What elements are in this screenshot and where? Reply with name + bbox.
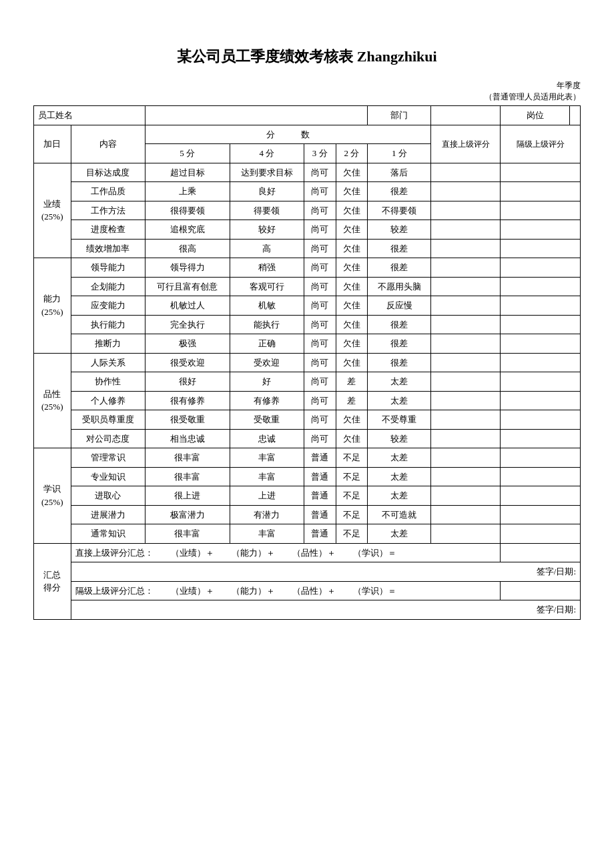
data-row: 工作品质上乘良好尚可欠佳很差 (34, 182, 581, 201)
skip-score-cell[interactable] (501, 524, 581, 544)
direct-score-cell[interactable] (431, 391, 501, 410)
score-2: 达到要求目标 (230, 163, 304, 182)
direct-score-cell[interactable] (431, 505, 501, 524)
skip-score-cell[interactable] (501, 315, 581, 334)
data-row: 推断力极强正确尚可欠佳很差 (34, 334, 581, 354)
score-1: 很高 (145, 239, 230, 258)
employee-label: 员工姓名 (34, 106, 145, 125)
direct-score-cell[interactable] (431, 410, 501, 430)
skip-header: 隔级上级评分 (501, 125, 581, 163)
direct-score-cell[interactable] (431, 239, 501, 258)
score-4: 欠佳 (336, 315, 368, 334)
skip-summary-score[interactable] (501, 581, 581, 600)
item-content: 进度检查 (71, 220, 145, 240)
item-content: 进展潜力 (71, 505, 145, 524)
item-content: 绩效增加率 (71, 239, 145, 258)
score-2: 有潜力 (230, 505, 304, 524)
item-content: 协作性 (71, 372, 145, 392)
direct-score-cell[interactable] (431, 220, 501, 240)
direct-score-cell[interactable] (431, 372, 501, 392)
skip-score-cell[interactable] (501, 505, 581, 524)
score-4: 欠佳 (336, 201, 368, 220)
score-5: 较差 (368, 220, 431, 240)
score-4: 差 (336, 391, 368, 410)
skip-score-cell[interactable] (501, 220, 581, 240)
data-row: 绩效增加率很高高尚可欠佳很差 (34, 239, 581, 258)
skip-score-cell[interactable] (501, 163, 581, 182)
score-4: 欠佳 (336, 353, 368, 372)
skip-score-cell[interactable] (501, 486, 581, 506)
skip-score-cell[interactable] (501, 429, 581, 448)
score-1: 很受欢迎 (145, 353, 230, 372)
data-row: 进度检查追根究底较好尚可欠佳较差 (34, 220, 581, 240)
score-2: 客观可行 (230, 277, 304, 296)
skip-score-cell[interactable] (501, 258, 581, 278)
category-1: 能力 (25%) (34, 258, 71, 354)
direct-score-cell[interactable] (431, 258, 501, 278)
direct-score-cell[interactable] (431, 277, 501, 296)
direct-score-cell[interactable] (431, 448, 501, 468)
direct-summary-score[interactable] (501, 543, 581, 562)
position-value[interactable] (570, 106, 581, 125)
data-row: 专业知识很丰富丰富普通不足太差 (34, 467, 581, 486)
direct-score-cell[interactable] (431, 296, 501, 316)
skip-score-cell[interactable] (501, 334, 581, 354)
score-header: 分 数 (145, 125, 431, 144)
skip-score-cell[interactable] (501, 277, 581, 296)
direct-score-cell[interactable] (431, 163, 501, 182)
direct-score-cell[interactable] (431, 201, 501, 220)
score-4: 欠佳 (336, 258, 368, 278)
score-2: 机敏 (230, 296, 304, 316)
score-3: 尚可 (304, 410, 336, 430)
direct-score-cell[interactable] (431, 486, 501, 506)
skip-score-cell[interactable] (501, 201, 581, 220)
score-5: 反应慢 (368, 296, 431, 316)
summary-direct-row: 汇总 得分 直接上级评分汇总： （业绩）＋ （能力）＋ （品性）＋ （学识）＝ (34, 543, 581, 562)
score-3: 普通 (304, 448, 336, 468)
score-2: 忠诚 (230, 429, 304, 448)
item-content: 专业知识 (71, 467, 145, 486)
direct-score-cell[interactable] (431, 429, 501, 448)
score-4: 欠佳 (336, 296, 368, 316)
direct-score-cell[interactable] (431, 182, 501, 201)
skip-score-cell[interactable] (501, 410, 581, 430)
score-1: 追根究底 (145, 220, 230, 240)
score-3: 普通 (304, 486, 336, 506)
skip-score-cell[interactable] (501, 391, 581, 410)
skip-score-cell[interactable] (501, 296, 581, 316)
direct-score-cell[interactable] (431, 353, 501, 372)
skip-score-cell[interactable] (501, 353, 581, 372)
direct-header: 直接上级评分 (431, 125, 501, 163)
score-1: 领导得力 (145, 258, 230, 278)
score-1: 很受敬重 (145, 410, 230, 430)
skip-score-cell[interactable] (501, 239, 581, 258)
score-4: 欠佳 (336, 163, 368, 182)
dept-value[interactable] (431, 106, 501, 125)
score-5: 落后 (368, 163, 431, 182)
skip-summary-text: 隔级上级评分汇总： （业绩）＋ （能力）＋ （品性）＋ （学识）＝ (71, 581, 501, 600)
score-1: 超过目标 (145, 163, 230, 182)
score-4: 不足 (336, 467, 368, 486)
skip-score-cell[interactable] (501, 372, 581, 392)
direct-score-cell[interactable] (431, 315, 501, 334)
score-2: 得要领 (230, 201, 304, 220)
direct-score-cell[interactable] (431, 467, 501, 486)
direct-score-cell[interactable] (431, 524, 501, 544)
score-2: 有修养 (230, 391, 304, 410)
score-3: 尚可 (304, 220, 336, 240)
content-header: 内容 (71, 125, 145, 163)
skip-score-cell[interactable] (501, 448, 581, 468)
skip-score-cell[interactable] (501, 467, 581, 486)
skip-score-cell[interactable] (501, 182, 581, 201)
score2-header: 2 分 (336, 144, 368, 163)
score-1: 很得要领 (145, 201, 230, 220)
score-2: 好 (230, 372, 304, 392)
direct-score-cell[interactable] (431, 334, 501, 354)
item-content: 进取心 (71, 486, 145, 506)
data-row: 工作方法很得要领得要领尚可欠佳不得要领 (34, 201, 581, 220)
summary-skip-row: 隔级上级评分汇总： （业绩）＋ （能力）＋ （品性）＋ （学识）＝ (34, 581, 581, 600)
score-3: 尚可 (304, 239, 336, 258)
score-4: 欠佳 (336, 220, 368, 240)
employee-value[interactable] (145, 106, 367, 125)
score-2: 受欢迎 (230, 353, 304, 372)
